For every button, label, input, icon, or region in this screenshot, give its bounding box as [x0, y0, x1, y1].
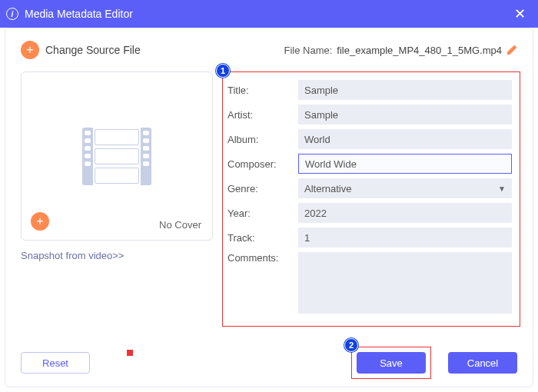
track-label: Track: [227, 232, 289, 244]
no-cover-label: No Cover [159, 219, 201, 231]
top-row: + Change Source File File Name: file_exa… [18, 41, 520, 71]
footer: Reset 2 Save Cancel [5, 347, 533, 379]
comments-label: Comments: [227, 252, 289, 264]
reset-button[interactable]: Reset [21, 352, 90, 374]
save-callout-box: 2 Save [351, 347, 431, 379]
edit-filename-icon[interactable] [506, 45, 517, 55]
info-icon: i [6, 8, 18, 20]
cancel-button[interactable]: Cancel [448, 352, 517, 374]
album-label: Album: [227, 134, 289, 145]
filename-value: file_example_MP4_480_1_5MG.mp4 [337, 45, 502, 56]
genre-value: Alternative [304, 183, 351, 194]
year-label: Year: [227, 208, 289, 219]
composer-input[interactable] [298, 154, 512, 174]
window-title: Media Metadata Editor [25, 8, 133, 20]
callout-badge-1: 1 [216, 64, 230, 78]
title-label: Title: [227, 85, 289, 96]
year-input[interactable] [298, 203, 512, 223]
add-cover-button[interactable]: + [31, 212, 49, 231]
callout-badge-2: 2 [344, 338, 358, 352]
body: + No Cover Snapshot from video>> 1 Title… [18, 71, 520, 327]
left-column: + No Cover Snapshot from video>> [18, 71, 210, 327]
change-source-icon[interactable]: + [21, 41, 39, 59]
metadata-form: Title: Artist: Album: Composer: [222, 71, 520, 327]
composer-label: Composer: [227, 158, 289, 170]
window: i Media Metadata Editor ✕ + Change Sourc… [0, 0, 538, 392]
genre-select[interactable]: Alternative ▼ [298, 178, 512, 198]
title-input[interactable] [298, 80, 512, 100]
filename-label: File Name: [284, 45, 333, 56]
filename-display: File Name: file_example_MP4_480_1_5MG.mp… [284, 45, 518, 56]
content-panel: + Change Source File File Name: file_exa… [5, 28, 533, 387]
titlebar: i Media Metadata Editor ✕ [0, 0, 538, 28]
save-button[interactable]: Save [357, 352, 426, 374]
track-input[interactable] [298, 228, 512, 247]
snapshot-link[interactable]: Snapshot from video>> [21, 250, 210, 261]
cover-placeholder-icon [82, 128, 151, 185]
cover-art-box: + No Cover [21, 71, 213, 241]
comments-input[interactable] [298, 252, 512, 314]
right-column: 1 Title: Artist: Album: Co [222, 71, 520, 327]
album-input[interactable] [298, 129, 512, 149]
close-button[interactable]: ✕ [507, 2, 532, 26]
artist-label: Artist: [227, 109, 289, 121]
artist-input[interactable] [298, 105, 512, 125]
genre-label: Genre: [227, 183, 289, 194]
change-source-link[interactable]: Change Source File [45, 44, 141, 56]
chevron-down-icon: ▼ [498, 184, 506, 193]
